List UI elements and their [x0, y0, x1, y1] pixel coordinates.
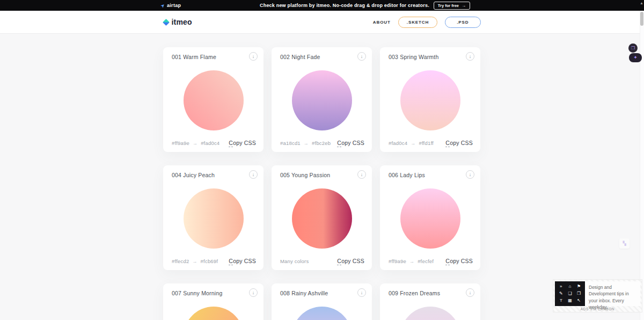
download-psd-button[interactable]: .PSD [445, 17, 480, 28]
site-header: itmeo ABOUT .SKETCH .PSD [0, 11, 644, 34]
carbon-ad-text[interactable]: Design and Development tips in your inbo… [585, 281, 640, 306]
itmeo-logo[interactable]: itmeo [164, 18, 192, 26]
gradient-card: 008 Rainy Ashville ↓ [272, 283, 372, 320]
scrollbar-thumb[interactable] [640, 12, 643, 26]
copy-css-link[interactable]: Copy CSS [445, 258, 473, 264]
download-button[interactable]: ↓ [466, 170, 474, 179]
hex-from: #fad0c4 [389, 140, 407, 146]
hex-to: #fad0c4 [201, 140, 219, 146]
itmeo-logo-text: itmeo [172, 18, 192, 26]
copy-css-link[interactable]: Copy CSS [445, 140, 473, 146]
sparkle-icon: ✦ [633, 55, 638, 60]
gradient-card: 004 Juicy Peach ↓ #ffecd2 → #fcb69f Copy… [163, 165, 264, 270]
scrollbar-up-icon[interactable]: ▲ [640, 1, 643, 5]
download-icon: ↓ [469, 54, 472, 59]
copy-css-link[interactable]: Copy CSS [337, 258, 364, 264]
download-button[interactable]: ↓ [357, 288, 366, 297]
hex-from: #ff9a9e [389, 258, 406, 264]
gradient-circle [400, 188, 460, 249]
card-hex-range: #fad0c4 → #ffd1ff [389, 140, 434, 146]
copy-css-link[interactable]: Copy CSS [229, 258, 256, 264]
try-for-free-button[interactable]: Try for free → [434, 2, 470, 10]
airtap-logo-text: airtap [167, 3, 181, 8]
copy-css-link[interactable]: Copy CSS [229, 140, 256, 146]
airtap-logo[interactable]: ➤ airtap [161, 0, 181, 11]
nav-about-link[interactable]: ABOUT [373, 20, 391, 25]
hex-to: #fcb69f [201, 258, 218, 264]
range-arrow-icon: → [193, 141, 197, 146]
download-button[interactable]: ↓ [249, 170, 258, 179]
gradient-card: 002 Night Fade ↓ #a18cd1 → #fbc2eb Copy … [272, 47, 372, 152]
gradient-circle [184, 70, 244, 130]
ad-glyph-icon: ❏ [568, 292, 572, 296]
ad-glyph-icon: ▦ [568, 299, 572, 303]
card-hex-range: #ff9a9e → #fad0c4 [172, 140, 219, 146]
extension-document-button[interactable]: ❒ [628, 43, 638, 53]
download-icon: ↓ [361, 172, 363, 177]
gradient-card: 001 Warm Flame ↓ #ff9a9e → #fad0c4 Copy … [163, 47, 264, 152]
gradient-card: 009 Frozen Dreams ↓ [380, 283, 480, 320]
carbon-ad-attribution[interactable]: ADS VIA CARBON [553, 307, 642, 311]
hex-from: #ff9a9e [172, 140, 189, 146]
promo-message: Check new platform by itmeo. No-code dra… [260, 3, 429, 8]
ad-glyph-icon: T [560, 299, 562, 303]
download-button[interactable]: ↓ [466, 288, 474, 297]
gradient-card-title: 001 Warm Flame [172, 54, 216, 60]
gradient-circle [292, 188, 352, 249]
card-footer: #ff9a9e → #fecfef Copy CSS [389, 258, 473, 264]
range-arrow-icon: → [411, 141, 415, 146]
card-hex-range: Many colors [280, 258, 309, 264]
gradient-grid: 001 Warm Flame ↓ #ff9a9e → #fad0c4 Copy … [163, 47, 480, 320]
gradient-circle [292, 307, 352, 320]
download-icon: ↓ [361, 290, 363, 295]
download-icon: ↓ [252, 172, 255, 177]
ad-glyph-icon: ⌂ [569, 285, 572, 289]
ad-glyph-icon: ⚑ [577, 285, 581, 289]
gradient-card-title: 005 Young Passion [280, 172, 330, 178]
gradient-card: 006 Lady Lips ↓ #ff9a9e → #fecfef Copy C… [380, 165, 480, 270]
hex-from: #ffecd2 [172, 258, 189, 264]
download-icon: ↓ [252, 54, 255, 59]
extension-sparkle-button[interactable]: ✦ [629, 53, 642, 62]
download-button[interactable]: ↓ [466, 52, 474, 61]
promo-bar: ➤ airtap Check new platform by itmeo. No… [0, 0, 644, 11]
carbon-ad-image[interactable]: »⌂⚑✎❏❐T▦↖ [555, 281, 585, 306]
range-arrow-icon: → [409, 259, 414, 264]
range-arrow-icon: → [192, 259, 197, 264]
ad-glyph-icon: » [560, 285, 562, 289]
carbon-ad-inner: »⌂⚑✎❏❐T▦↖ Design and Development tips in… [555, 281, 640, 306]
gradient-card-title: 009 Frozen Dreams [389, 290, 440, 296]
gradient-circle [184, 188, 244, 249]
faded-extension-widget[interactable]: ▚ [619, 238, 630, 249]
card-footer: #fad0c4 → #ffd1ff Copy CSS [389, 140, 473, 146]
download-icon: ↓ [252, 290, 255, 295]
range-arrow-icon: → [304, 141, 309, 146]
carbon-ad: »⌂⚑✎❏❐T▦↖ Design and Development tips in… [553, 279, 642, 312]
arrow-right-icon: → [462, 3, 466, 8]
download-sketch-button[interactable]: .SKETCH [398, 17, 437, 28]
download-icon: ↓ [361, 54, 363, 59]
header-inner: itmeo ABOUT .SKETCH .PSD [164, 11, 481, 33]
hex-to: #fbc2eb [312, 140, 331, 146]
hex-to: #ffd1ff [419, 140, 433, 146]
download-button[interactable]: ↓ [357, 170, 366, 179]
download-button[interactable]: ↓ [249, 288, 258, 297]
document-icon: ❒ [631, 46, 635, 50]
faded-glyph-icon: ▚ [623, 241, 626, 246]
download-button[interactable]: ↓ [357, 52, 366, 61]
gradient-circle [400, 307, 460, 320]
card-footer: Many colors Copy CSS [280, 258, 364, 264]
download-button[interactable]: ↓ [249, 52, 258, 61]
download-icon: ↓ [469, 290, 472, 295]
card-footer: #ffecd2 → #fcb69f Copy CSS [172, 258, 256, 264]
gradient-circle [184, 307, 244, 320]
ad-glyph-icon: ❐ [577, 292, 581, 296]
gradient-card-title: 003 Spring Warmth [389, 54, 438, 60]
gradient-card-title: 002 Night Fade [280, 54, 320, 60]
gradient-card-title: 004 Juicy Peach [172, 172, 215, 178]
gradient-card: 007 Sunny Morning ↓ [163, 283, 264, 320]
copy-css-link[interactable]: Copy CSS [337, 140, 364, 146]
ad-glyph-icon: ✎ [559, 292, 563, 296]
card-footer: #a18cd1 → #fbc2eb Copy CSS [280, 140, 364, 146]
download-icon: ↓ [469, 172, 472, 177]
